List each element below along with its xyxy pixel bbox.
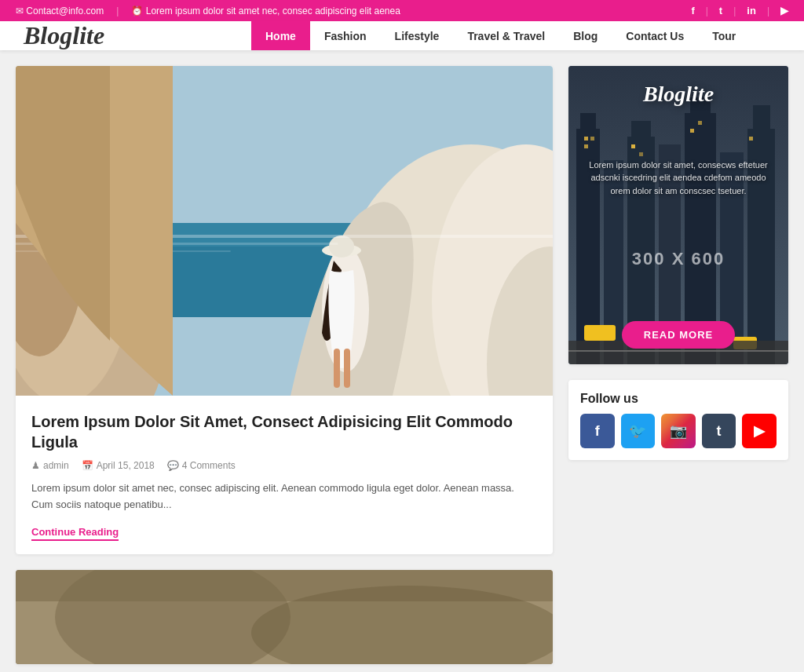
svg-point-11 <box>329 236 354 257</box>
article-photo-svg <box>16 66 553 396</box>
ad-overlay: Bloglite Lorem ipsum dolor sit amet, con… <box>568 66 788 364</box>
social-divider-3: | <box>767 5 769 16</box>
author-name: admin <box>43 460 69 471</box>
article-title: Lorem Ipsum Dolor Sit Amet, Consect Adip… <box>31 411 537 452</box>
nav-item-contact[interactable]: Contact Us <box>612 21 698 50</box>
article-meta: ♟ admin 📅 April 15, 2018 💬 4 Comments <box>31 460 537 471</box>
article-body: Lorem Ipsum Dolor Sit Amet, Consect Adip… <box>16 396 553 554</box>
youtube-icon[interactable]: ▶ <box>742 414 777 448</box>
ad-size: 300 X 600 <box>632 249 725 269</box>
comment-icon: 💬 <box>167 460 179 471</box>
sidebar: Bloglite Lorem ipsum dolor sit amet, con… <box>568 66 788 664</box>
continue-reading-link[interactable]: Continue Reading <box>31 526 119 541</box>
twitter-icon[interactable]: 🐦 <box>621 414 656 448</box>
nav-link-contact[interactable]: Contact Us <box>612 21 698 50</box>
nav-item-blog[interactable]: Blog <box>559 21 612 50</box>
nav-link-lifestyle[interactable]: Lifestyle <box>381 21 454 50</box>
social-divider-1: | <box>706 5 708 16</box>
social-divider-2: | <box>733 5 736 16</box>
top-bar: ✉ Contact@info.com | ⏰ Lorem ipsum dolor… <box>0 0 804 21</box>
nav-link-home[interactable]: Home <box>251 21 310 50</box>
user-icon: ♟ <box>31 460 40 471</box>
navbar: Bloglite Home Fashion Lifestyle Travel &… <box>0 21 804 50</box>
nav-item-tour[interactable]: Tour <box>698 21 750 50</box>
twitter-link[interactable]: t <box>719 5 722 16</box>
instagram-icon[interactable]: 📷 <box>661 414 696 448</box>
author-meta: ♟ admin <box>31 460 69 471</box>
content-area: Lorem Ipsum Dolor Sit Amet, Consect Adip… <box>16 66 553 664</box>
tumblr-icon[interactable]: t <box>702 414 736 448</box>
nav-item-home[interactable]: Home <box>251 21 310 50</box>
youtube-link[interactable]: ▶ <box>780 5 788 16</box>
top-bar-social: f | t | in | ▶ <box>691 5 788 16</box>
nav-link-fashion[interactable]: Fashion <box>310 21 381 50</box>
svg-point-19 <box>55 570 291 664</box>
nav-menu: Home Fashion Lifestyle Travel & Travel B… <box>251 21 750 50</box>
ad-text: Lorem ipsum dolor sit amet, consecws eft… <box>584 159 773 198</box>
divider: | <box>116 5 119 16</box>
facebook-icon[interactable]: f <box>580 414 615 448</box>
ad-widget: Bloglite Lorem ipsum dolor sit amet, con… <box>568 66 788 364</box>
main-container: Lorem Ipsum Dolor Sit Amet, Consect Adip… <box>0 50 804 672</box>
article-excerpt: Lorem ipsum dolor sit amet nec, consec a… <box>31 480 537 513</box>
clock-icon: ⏰ <box>131 5 143 16</box>
email-contact: ✉ Contact@info.com <box>16 5 104 16</box>
tagline: ⏰ Lorem ipsum dolor sit amet nec, consec… <box>131 5 400 16</box>
nav-item-lifestyle[interactable]: Lifestyle <box>381 21 454 50</box>
date-meta: 📅 April 15, 2018 <box>82 460 155 471</box>
top-bar-left: ✉ Contact@info.com | ⏰ Lorem ipsum dolor… <box>16 5 400 16</box>
article-card-2 <box>16 570 553 664</box>
nav-link-blog[interactable]: Blog <box>559 21 612 50</box>
article-card-1: Lorem Ipsum Dolor Sit Amet, Consect Adip… <box>16 66 553 554</box>
ad-background: Bloglite Lorem ipsum dolor sit amet, con… <box>568 66 788 364</box>
comments-count: 4 Comments <box>182 460 236 471</box>
ad-read-more-button[interactable]: READ MORE <box>622 321 735 349</box>
envelope-icon: ✉ <box>16 5 24 16</box>
comments-meta: 💬 4 Comments <box>167 460 236 471</box>
social-icons-row: f 🐦 📷 t ▶ <box>568 414 788 460</box>
linkedin-link[interactable]: in <box>747 5 756 16</box>
facebook-link[interactable]: f <box>691 5 694 16</box>
nav-item-fashion[interactable]: Fashion <box>310 21 381 50</box>
nav-item-travel[interactable]: Travel & Travel <box>453 21 559 50</box>
svg-rect-13 <box>344 349 350 388</box>
site-logo: Bloglite <box>24 21 104 50</box>
article-image-2 <box>16 570 553 664</box>
calendar-icon: 📅 <box>82 460 93 471</box>
nav-link-tour[interactable]: Tour <box>698 21 750 50</box>
article-2-svg <box>16 570 553 664</box>
svg-rect-12 <box>334 349 340 388</box>
ad-logo: Bloglite <box>643 82 714 107</box>
logo-area: Bloglite <box>0 21 251 50</box>
nav-link-travel[interactable]: Travel & Travel <box>453 21 559 50</box>
follow-widget: Follow us f 🐦 📷 t ▶ <box>568 380 788 460</box>
article-date: April 15, 2018 <box>97 460 155 471</box>
follow-title: Follow us <box>568 380 788 414</box>
article-image-1 <box>16 66 553 396</box>
